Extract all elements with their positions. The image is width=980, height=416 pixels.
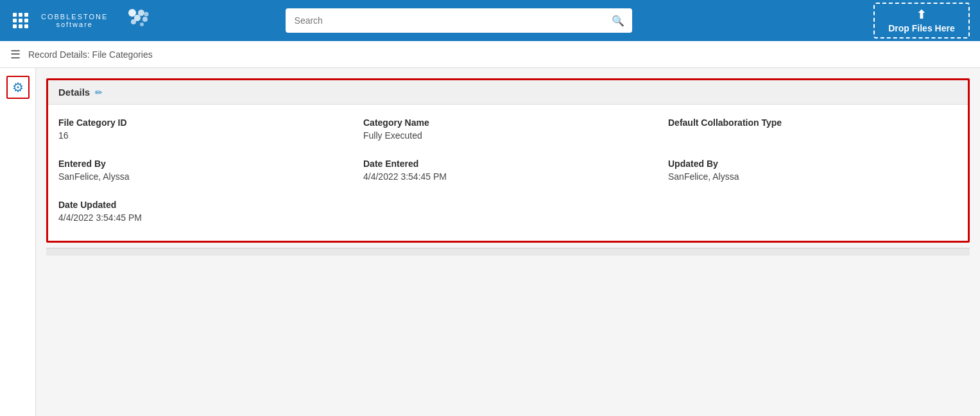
details-panel: Details ✏ File Category ID 16 Category N… (36, 68, 980, 416)
details-header: Details ✏ (48, 80, 968, 105)
sub-header: ☰ Record Details: File Categories (0, 41, 980, 68)
breadcrumb: Record Details: File Categories (28, 49, 153, 60)
field-label-date-updated: Date Updated (58, 200, 348, 210)
details-row-1: File Category ID 16 Category Name Fully … (58, 117, 958, 141)
svg-point-0 (128, 9, 136, 17)
svg-point-5 (131, 19, 136, 24)
search-icon: 🔍 (612, 15, 624, 27)
drop-files-button[interactable]: ⬆ Drop Files Here (873, 3, 970, 39)
hamburger-menu-icon[interactable]: ☰ (10, 48, 21, 62)
settings-gear-button[interactable]: ⚙ (6, 76, 30, 99)
details-card: Details ✏ File Category ID 16 Category N… (46, 78, 970, 243)
field-file-category-id: File Category ID 16 (58, 117, 348, 141)
field-updated-by: Updated By SanFelice, Alyssa (668, 159, 958, 182)
drop-files-label: Drop Files Here (888, 23, 954, 33)
field-date-updated: Date Updated 4/4/2022 3:54:45 PM (58, 200, 348, 223)
field-default-collab-type: Default Collaboration Type (668, 117, 958, 141)
field-label-category-name: Category Name (363, 117, 653, 128)
field-value-updated-by: SanFelice, Alyssa (668, 171, 958, 182)
horizontal-scrollbar[interactable] (46, 248, 970, 256)
field-label-updated-by: Updated By (668, 159, 958, 169)
top-navigation: COBBLESTONE software 🔍 ⬆ Drop Files Here (0, 0, 980, 41)
field-value-file-category-id: 16 (58, 130, 348, 141)
details-body: File Category ID 16 Category Name Fully … (48, 105, 968, 241)
field-label-entered-by: Entered By (58, 159, 348, 169)
search-input[interactable] (286, 8, 632, 33)
field-label-date-entered: Date Entered (363, 159, 653, 169)
search-bar: 🔍 (286, 8, 632, 33)
details-section-title: Details (58, 87, 90, 98)
svg-point-4 (142, 17, 148, 22)
left-sidebar: ⚙ (0, 68, 36, 416)
logo-graphic (113, 8, 149, 33)
details-row-2: Entered By SanFelice, Alyssa Date Entere… (58, 159, 958, 182)
logo-text: COBBLESTONE software (41, 13, 108, 28)
details-row-3: Date Updated 4/4/2022 3:54:45 PM (58, 200, 958, 223)
apps-grid-icon[interactable] (10, 10, 31, 31)
field-value-category-name: Fully Executed (363, 130, 653, 141)
field-category-name: Category Name Fully Executed (363, 117, 653, 141)
svg-point-6 (140, 22, 144, 26)
upload-icon: ⬆ (916, 8, 926, 22)
main-content: ⚙ Details ✏ File Category ID 16 Category… (0, 68, 980, 416)
field-value-date-entered: 4/4/2022 3:54:45 PM (363, 171, 653, 182)
field-value-entered-by: SanFelice, Alyssa (58, 171, 348, 182)
field-value-date-updated: 4/4/2022 3:54:45 PM (58, 212, 348, 223)
logo-area: COBBLESTONE software (41, 8, 149, 33)
field-empty-3 (668, 200, 958, 223)
svg-point-2 (144, 12, 149, 17)
field-entered-by: Entered By SanFelice, Alyssa (58, 159, 348, 182)
edit-pencil-icon[interactable]: ✏ (95, 87, 103, 98)
field-label-default-collab-type: Default Collaboration Type (668, 117, 958, 128)
field-date-entered: Date Entered 4/4/2022 3:54:45 PM (363, 159, 653, 182)
svg-point-1 (138, 10, 144, 16)
field-empty-2 (363, 200, 653, 223)
field-label-file-category-id: File Category ID (58, 117, 348, 128)
